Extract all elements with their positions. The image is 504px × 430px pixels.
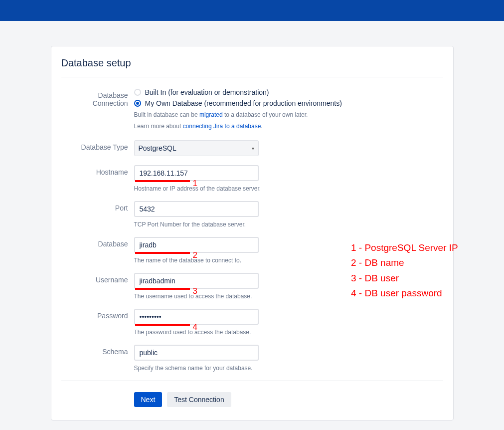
radio-own-database[interactable]: My Own Database (recommended for product… <box>134 99 342 107</box>
legend-line-4: 4 - DB user password <box>351 286 458 301</box>
database-desc: The name of the database to connect to. <box>134 257 259 264</box>
label-database: Database <box>61 237 134 248</box>
legend-line-3: 3 - DB user <box>351 271 458 286</box>
label-database-connection: Database Connection <box>61 88 134 107</box>
legend-line-2: 2 - DB name <box>351 255 458 270</box>
password-input[interactable] <box>134 309 259 325</box>
username-desc: The username used to access the database… <box>134 293 259 300</box>
database-type-select[interactable]: PostgreSQL ▾ <box>134 140 259 156</box>
top-bar <box>0 0 504 21</box>
database-type-value: PostgreSQL <box>139 144 176 152</box>
legend-line-1: 1 - PostgreSQL Server IP <box>351 240 458 255</box>
connection-hint2: Learn more about connecting Jira to a da… <box>134 122 342 131</box>
hostname-input[interactable] <box>134 165 259 181</box>
label-password: Password <box>61 309 134 320</box>
migrated-link[interactable]: migrated <box>199 111 223 118</box>
connection-hint: Built in database can be migrated to a d… <box>134 110 342 120</box>
radio-builtin-label: Built In (for evaluation or demonstratio… <box>145 88 269 96</box>
radio-builtin[interactable]: Built In (for evaluation or demonstratio… <box>134 88 342 96</box>
page-title: Database setup <box>61 57 443 77</box>
hostname-desc: Hostname or IP address of the database s… <box>134 185 261 192</box>
test-connection-button[interactable]: Test Connection <box>167 392 231 407</box>
database-input[interactable] <box>134 237 259 253</box>
label-username: Username <box>61 273 134 284</box>
port-desc: TCP Port Number for the database server. <box>134 221 259 228</box>
divider <box>61 381 443 381</box>
label-schema: Schema <box>61 345 134 356</box>
schema-input[interactable] <box>134 345 259 361</box>
schema-desc: Specify the schema name for your databas… <box>134 365 259 372</box>
annotation-legend: 1 - PostgreSQL Server IP 2 - DB name 3 -… <box>351 240 458 301</box>
port-input[interactable] <box>134 201 259 217</box>
next-button[interactable]: Next <box>134 392 163 407</box>
connect-jira-link[interactable]: connecting Jira to a database <box>183 123 261 130</box>
radio-icon-selected <box>134 100 141 107</box>
label-port: Port <box>61 201 134 212</box>
radio-own-label: My Own Database (recommended for product… <box>145 99 342 107</box>
setup-card: Database setup Database Connection Built… <box>51 46 454 421</box>
password-desc: The password used to access the database… <box>134 329 259 336</box>
chevron-down-icon: ▾ <box>252 146 254 151</box>
label-hostname: Hostname <box>61 165 134 176</box>
radio-icon <box>134 89 141 96</box>
username-input[interactable] <box>134 273 259 289</box>
label-database-type: Database Type <box>61 140 134 151</box>
